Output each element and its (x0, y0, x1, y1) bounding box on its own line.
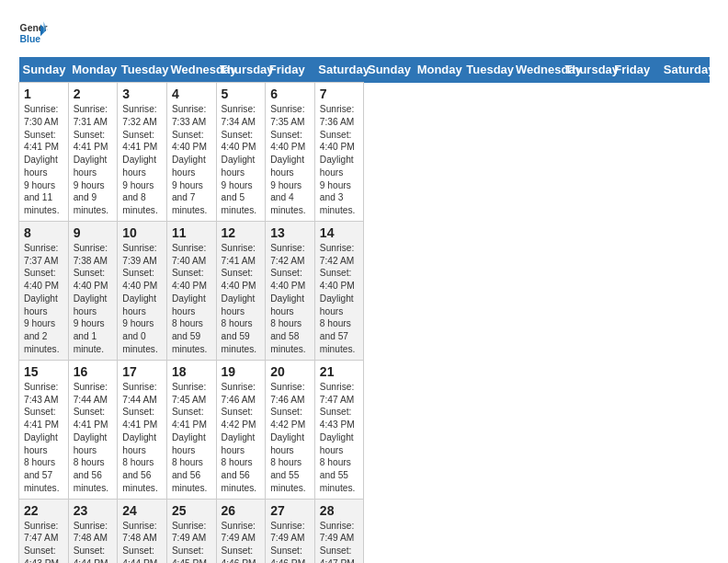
day-content: Sunrise: 7:45 AM Sunset: 4:41 PM Dayligh… (172, 381, 211, 495)
day-number: 18 (172, 364, 211, 379)
day-number: 5 (222, 86, 261, 101)
col-header-wednesday: Wednesday (166, 57, 216, 83)
day-cell: 3 Sunrise: 7:32 AM Sunset: 4:41 PM Dayli… (118, 83, 167, 222)
day-cell: 25 Sunrise: 7:49 AM Sunset: 4:45 PM Dayl… (166, 499, 216, 563)
day-content: Sunrise: 7:46 AM Sunset: 4:42 PM Dayligh… (222, 381, 261, 495)
day-content: Sunrise: 7:48 AM Sunset: 4:44 PM Dayligh… (122, 520, 162, 563)
day-content: Sunrise: 7:42 AM Sunset: 4:40 PM Dayligh… (320, 242, 359, 356)
day-number: 9 (74, 225, 113, 240)
day-number: 21 (320, 364, 359, 379)
day-number: 4 (172, 86, 211, 101)
day-cell: 14 Sunrise: 7:42 AM Sunset: 4:40 PM Dayl… (314, 221, 364, 360)
day-cell: 6 Sunrise: 7:35 AM Sunset: 4:40 PM Dayli… (266, 83, 315, 222)
col-header-thursday: Thursday (562, 57, 611, 83)
day-cell: 2 Sunrise: 7:31 AM Sunset: 4:41 PM Dayli… (68, 83, 118, 222)
day-number: 19 (222, 364, 261, 379)
day-content: Sunrise: 7:47 AM Sunset: 4:43 PM Dayligh… (320, 381, 359, 495)
week-row-2: 8 Sunrise: 7:37 AM Sunset: 4:40 PM Dayli… (19, 221, 710, 360)
day-cell: 18 Sunrise: 7:45 AM Sunset: 4:41 PM Dayl… (166, 360, 216, 499)
col-header-friday: Friday (266, 57, 315, 83)
day-content: Sunrise: 7:43 AM Sunset: 4:41 PM Dayligh… (24, 381, 63, 495)
day-content: Sunrise: 7:49 AM Sunset: 4:45 PM Dayligh… (172, 520, 211, 563)
day-cell: 21 Sunrise: 7:47 AM Sunset: 4:43 PM Dayl… (314, 360, 364, 499)
day-cell: 26 Sunrise: 7:49 AM Sunset: 4:46 PM Dayl… (216, 499, 266, 563)
day-number: 26 (222, 503, 261, 518)
day-cell: 15 Sunrise: 7:43 AM Sunset: 4:41 PM Dayl… (19, 360, 69, 499)
day-cell: 7 Sunrise: 7:36 AM Sunset: 4:40 PM Dayli… (314, 83, 364, 222)
day-number: 7 (320, 86, 359, 101)
day-cell: 19 Sunrise: 7:46 AM Sunset: 4:42 PM Dayl… (216, 360, 266, 499)
day-number: 14 (320, 225, 359, 240)
week-row-4: 22 Sunrise: 7:47 AM Sunset: 4:43 PM Dayl… (19, 499, 710, 563)
day-cell: 5 Sunrise: 7:34 AM Sunset: 4:40 PM Dayli… (216, 83, 266, 222)
header-row: SundayMondayTuesdayWednesdayThursdayFrid… (19, 57, 710, 83)
day-content: Sunrise: 7:47 AM Sunset: 4:43 PM Dayligh… (24, 520, 63, 563)
day-content: Sunrise: 7:36 AM Sunset: 4:40 PM Dayligh… (320, 103, 359, 217)
day-content: Sunrise: 7:40 AM Sunset: 4:40 PM Dayligh… (172, 242, 211, 356)
day-content: Sunrise: 7:35 AM Sunset: 4:40 PM Dayligh… (270, 103, 310, 217)
day-number: 10 (122, 225, 162, 240)
day-number: 1 (24, 86, 63, 101)
logo: General Blue (18, 18, 48, 48)
day-content: Sunrise: 7:37 AM Sunset: 4:40 PM Dayligh… (24, 242, 63, 356)
day-cell: 13 Sunrise: 7:42 AM Sunset: 4:40 PM Dayl… (266, 221, 315, 360)
col-header-sunday: Sunday (364, 57, 414, 83)
day-number: 23 (74, 503, 113, 518)
day-content: Sunrise: 7:44 AM Sunset: 4:41 PM Dayligh… (74, 381, 113, 495)
day-number: 15 (24, 364, 63, 379)
day-content: Sunrise: 7:38 AM Sunset: 4:40 PM Dayligh… (74, 242, 113, 356)
day-content: Sunrise: 7:30 AM Sunset: 4:41 PM Dayligh… (24, 103, 63, 217)
col-header-tuesday: Tuesday (462, 57, 512, 83)
day-number: 24 (122, 503, 162, 518)
day-content: Sunrise: 7:33 AM Sunset: 4:40 PM Dayligh… (172, 103, 211, 217)
day-cell: 9 Sunrise: 7:38 AM Sunset: 4:40 PM Dayli… (68, 221, 118, 360)
col-header-friday: Friday (610, 57, 660, 83)
day-number: 6 (270, 86, 310, 101)
day-number: 16 (74, 364, 113, 379)
col-header-sunday: Sunday (19, 57, 69, 83)
day-cell: 17 Sunrise: 7:44 AM Sunset: 4:41 PM Dayl… (118, 360, 167, 499)
day-number: 20 (270, 364, 310, 379)
day-cell: 28 Sunrise: 7:49 AM Sunset: 4:47 PM Dayl… (314, 499, 364, 563)
day-number: 8 (24, 225, 63, 240)
day-content: Sunrise: 7:44 AM Sunset: 4:41 PM Dayligh… (122, 381, 162, 495)
day-content: Sunrise: 7:46 AM Sunset: 4:42 PM Dayligh… (270, 381, 310, 495)
day-content: Sunrise: 7:34 AM Sunset: 4:40 PM Dayligh… (222, 103, 261, 217)
col-header-tuesday: Tuesday (118, 57, 167, 83)
day-content: Sunrise: 7:49 AM Sunset: 4:46 PM Dayligh… (222, 520, 261, 563)
day-content: Sunrise: 7:39 AM Sunset: 4:40 PM Dayligh… (122, 242, 162, 356)
day-number: 3 (122, 86, 162, 101)
col-header-thursday: Thursday (216, 57, 266, 83)
col-header-monday: Monday (414, 57, 463, 83)
day-number: 13 (270, 225, 310, 240)
calendar-table: SundayMondayTuesdayWednesdayThursdayFrid… (18, 57, 710, 563)
day-content: Sunrise: 7:32 AM Sunset: 4:41 PM Dayligh… (122, 103, 162, 217)
day-cell: 8 Sunrise: 7:37 AM Sunset: 4:40 PM Dayli… (19, 221, 69, 360)
day-cell: 22 Sunrise: 7:47 AM Sunset: 4:43 PM Dayl… (19, 499, 69, 563)
day-cell: 4 Sunrise: 7:33 AM Sunset: 4:40 PM Dayli… (166, 83, 216, 222)
day-number: 2 (74, 86, 113, 101)
day-number: 17 (122, 364, 162, 379)
page-header: General Blue (18, 18, 710, 48)
day-cell: 20 Sunrise: 7:46 AM Sunset: 4:42 PM Dayl… (266, 360, 315, 499)
day-number: 22 (24, 503, 63, 518)
day-number: 25 (172, 503, 211, 518)
day-content: Sunrise: 7:49 AM Sunset: 4:46 PM Dayligh… (270, 520, 310, 563)
week-row-3: 15 Sunrise: 7:43 AM Sunset: 4:41 PM Dayl… (19, 360, 710, 499)
day-number: 12 (222, 225, 261, 240)
day-cell: 27 Sunrise: 7:49 AM Sunset: 4:46 PM Dayl… (266, 499, 315, 563)
day-content: Sunrise: 7:31 AM Sunset: 4:41 PM Dayligh… (74, 103, 113, 217)
day-cell: 12 Sunrise: 7:41 AM Sunset: 4:40 PM Dayl… (216, 221, 266, 360)
col-header-monday: Monday (68, 57, 118, 83)
day-cell: 11 Sunrise: 7:40 AM Sunset: 4:40 PM Dayl… (166, 221, 216, 360)
col-header-wednesday: Wednesday (512, 57, 562, 83)
day-content: Sunrise: 7:41 AM Sunset: 4:40 PM Dayligh… (222, 242, 261, 356)
day-cell: 16 Sunrise: 7:44 AM Sunset: 4:41 PM Dayl… (68, 360, 118, 499)
col-header-saturday: Saturday (660, 57, 710, 83)
day-number: 28 (320, 503, 359, 518)
day-number: 11 (172, 225, 211, 240)
week-row-1: 1 Sunrise: 7:30 AM Sunset: 4:41 PM Dayli… (19, 83, 710, 222)
day-cell: 10 Sunrise: 7:39 AM Sunset: 4:40 PM Dayl… (118, 221, 167, 360)
day-content: Sunrise: 7:48 AM Sunset: 4:44 PM Dayligh… (74, 520, 113, 563)
day-content: Sunrise: 7:49 AM Sunset: 4:47 PM Dayligh… (320, 520, 359, 563)
